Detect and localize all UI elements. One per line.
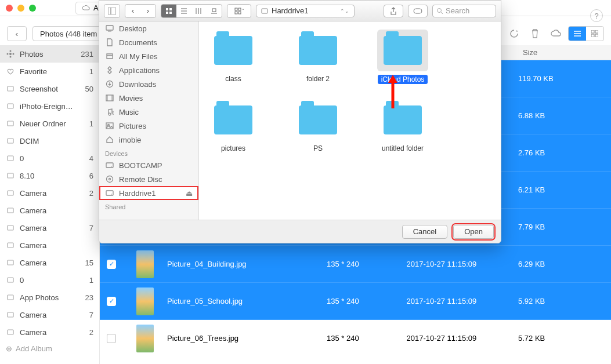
- icon-view-button[interactable]: [161, 5, 176, 17]
- sidebar-item-photos[interactable]: Photos 231: [0, 45, 99, 63]
- zoom-window-button[interactable]: [29, 5, 36, 12]
- favorites-item-pictures[interactable]: Pictures: [99, 119, 198, 133]
- folder-name: folder 2: [306, 75, 330, 83]
- svg-point-50: [109, 179, 111, 180]
- refresh-icon[interactable]: [508, 27, 520, 40]
- file-dimensions: 135 * 240: [327, 297, 407, 305]
- sidebar-item-iphoto-ereign-[interactable]: iPhoto-Ereign…: [0, 97, 99, 115]
- folder-grid[interactable]: classfolder 2iCloud PhotospicturesPSunti…: [199, 21, 501, 220]
- cloud-icon[interactable]: [549, 27, 562, 40]
- favorites-item-documents[interactable]: Documents: [99, 35, 198, 49]
- eject-icon[interactable]: ⏏: [186, 189, 193, 198]
- sidebar-item-neuer-ordner[interactable]: Neuer Ordner 1: [0, 115, 99, 132]
- trash-icon[interactable]: [529, 27, 541, 40]
- svg-rect-9: [8, 86, 13, 91]
- sidebar-item-app-photos[interactable]: App Photos 23: [0, 289, 99, 306]
- device-item-bootcamp[interactable]: BOOTCAMP: [99, 158, 198, 172]
- view-list-button[interactable]: [569, 27, 586, 41]
- favorites-item-movies[interactable]: Movies: [99, 91, 198, 105]
- favorites-item-applications[interactable]: Applications: [99, 63, 198, 77]
- svg-rect-3: [595, 34, 598, 37]
- file-row[interactable]: ✓ Picture_05_School.jpg 135 * 240 2017-1…: [100, 283, 611, 320]
- sidebar-item-screenshot[interactable]: Screenshot 50: [0, 80, 99, 97]
- album-icon: [6, 154, 15, 162]
- sidebar-item-label: Camera: [20, 206, 46, 215]
- dialog-footer: Cancel Open: [99, 220, 501, 243]
- favorites-item-imobie[interactable]: imobie: [99, 133, 198, 147]
- sidebar-item-camera[interactable]: Camera 2: [0, 184, 99, 202]
- file-date: 2017-10-27 11:15:09: [407, 260, 519, 268]
- device-item-harddrive1[interactable]: Harddrive1⏏: [99, 186, 198, 200]
- sidebar-item-camera[interactable]: Camera: [0, 236, 99, 254]
- sidebar-item-camera[interactable]: Camera 15: [0, 254, 99, 271]
- favorites-item-all-my-files[interactable]: All My Files: [99, 49, 198, 63]
- plus-icon: ⊕: [6, 344, 12, 353]
- sidebar-item-label: All My Files: [119, 52, 157, 61]
- sidebar-item-favorite[interactable]: Favorite 1: [0, 63, 99, 80]
- sidebar-item-label: Music: [119, 108, 139, 117]
- file-size: 7.79 KB: [518, 223, 611, 231]
- favorites-item-music[interactable]: Music: [99, 105, 198, 119]
- sidebar-item-camera[interactable]: Camera 7: [0, 306, 99, 323]
- checkbox[interactable]: ✓: [107, 260, 116, 269]
- sidebar-item-0[interactable]: 0 4: [0, 150, 99, 167]
- breadcrumb[interactable]: Photos (448 item: [32, 26, 104, 41]
- folder-class[interactable]: class: [205, 30, 262, 84]
- sidebar-item-count: 23: [85, 293, 93, 302]
- sidebar-item-label: Downloads: [119, 80, 156, 89]
- checkbox[interactable]: [107, 334, 116, 343]
- checkbox[interactable]: ✓: [107, 297, 116, 306]
- share-button[interactable]: [384, 5, 403, 17]
- sidebar-item-camera[interactable]: Camera 7: [0, 219, 99, 236]
- folder-untitled-folder[interactable]: untitled folder: [374, 99, 431, 152]
- flower-icon: [6, 50, 15, 58]
- list-view-button[interactable]: [176, 5, 191, 17]
- search-icon: [436, 8, 443, 14]
- favorites-item-desktop[interactable]: Desktop: [99, 21, 198, 35]
- coverflow-view-button[interactable]: [207, 5, 222, 17]
- help-button[interactable]: ?: [590, 9, 603, 22]
- sidebar-item-camera[interactable]: Camera 2: [0, 323, 99, 341]
- sidebar-toggle[interactable]: [104, 4, 120, 18]
- sidebar-item-0[interactable]: 0 1: [0, 271, 99, 289]
- view-grid-button[interactable]: [586, 27, 603, 41]
- open-button[interactable]: Open: [453, 225, 494, 239]
- nav-back-button[interactable]: ‹: [125, 5, 140, 17]
- device-item-remote-disc[interactable]: Remote Disc: [99, 172, 198, 186]
- back-button[interactable]: ‹: [7, 26, 27, 41]
- file-row[interactable]: Picture_06_Trees.jpg 135 * 240 2017-10-2…: [100, 320, 611, 357]
- folder-icloud-photos[interactable]: iCloud Photos: [374, 30, 431, 84]
- sidebar-item-label: Applications: [119, 66, 160, 75]
- file-row[interactable]: ✓ Picture_04_Building.jpg 135 * 240 2017…: [100, 246, 611, 283]
- nav-forward-button[interactable]: ›: [140, 5, 156, 17]
- folder-pictures[interactable]: pictures: [205, 99, 262, 152]
- search-field[interactable]: Search: [432, 5, 496, 17]
- minimize-window-button[interactable]: [17, 5, 24, 12]
- album-icon: [6, 119, 15, 128]
- folder-folder-2[interactable]: folder 2: [290, 30, 346, 84]
- svg-line-38: [441, 12, 443, 14]
- add-album-button[interactable]: ⊕Add Album: [0, 341, 99, 356]
- favorites-item-downloads[interactable]: Downloads: [99, 77, 198, 91]
- sidebar-item-camera[interactable]: Camera: [0, 202, 99, 219]
- sidebar-item-dcim[interactable]: DCIM: [0, 132, 99, 150]
- tags-button[interactable]: [408, 5, 428, 17]
- sidebar-item-8-10[interactable]: 8.10 6: [0, 167, 99, 184]
- path-dropdown[interactable]: Harddrive1 ⌃⌄: [256, 5, 355, 17]
- disk-icon: [261, 8, 268, 14]
- sidebar-item-label: Camera: [20, 241, 46, 250]
- close-window-button[interactable]: [6, 5, 13, 12]
- cancel-button[interactable]: Cancel: [402, 225, 447, 239]
- folder-icon: [208, 99, 259, 141]
- svg-rect-17: [8, 225, 13, 230]
- arrange-dropdown[interactable]: ˇ: [227, 4, 251, 18]
- file-size: 6.21 KB: [518, 185, 611, 194]
- file-name: Picture_04_Building.jpg: [167, 260, 327, 268]
- folder-ps[interactable]: PS: [290, 99, 346, 152]
- thumbnail: [123, 287, 167, 315]
- svg-rect-30: [212, 9, 216, 12]
- album-icon: [6, 102, 15, 110]
- column-view-button[interactable]: [191, 5, 207, 17]
- col-size[interactable]: Size: [518, 48, 611, 57]
- sidebar-item-label: BOOTCAMP: [119, 161, 162, 170]
